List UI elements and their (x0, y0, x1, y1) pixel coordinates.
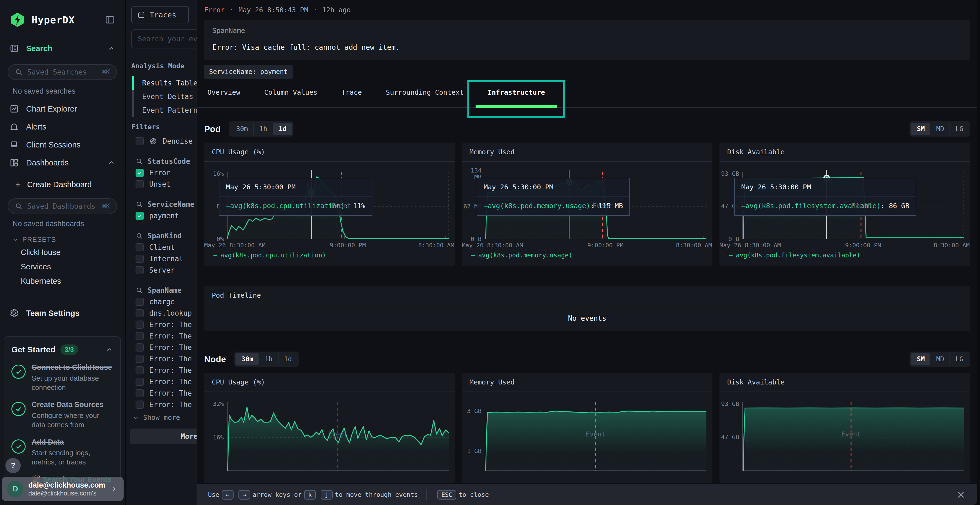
filter-option-unset[interactable]: Unset (126, 178, 197, 190)
pod-size-md[interactable]: MD (930, 123, 950, 135)
checkbox[interactable] (135, 180, 144, 188)
chart-plot[interactable]: 93 GB47 GB0 BEventMay 26 5:30:00 PM—avg(… (742, 170, 964, 239)
filter-option-error-the-cr[interactable]: Error: The cr (126, 330, 197, 342)
analysis-mode-event-deltas[interactable]: Event Deltas (132, 90, 197, 103)
pod-size-sm[interactable]: SM (911, 123, 930, 135)
filter-group-statuscode[interactable]: StatusCode (126, 154, 197, 167)
y-axis-label: 93 GB (719, 401, 739, 407)
checkbox[interactable] (135, 212, 144, 220)
sidebar-item-label: Dashboards (26, 158, 68, 167)
close-icon[interactable] (956, 489, 966, 500)
chart-plot[interactable]: 93 GB47 GBEvent (742, 400, 964, 471)
check-icon (137, 213, 142, 219)
checkbox[interactable] (135, 321, 144, 329)
node-size-lg[interactable]: LG (950, 353, 969, 365)
preset-kubernetes[interactable]: Kubernetes (0, 274, 125, 288)
presets-toggle[interactable]: PRESETS (0, 228, 125, 245)
get-started-item[interactable]: Connect to ClickHouseSet up your databas… (11, 363, 113, 392)
get-started-item[interactable]: Create Data SourcesConfigure where your … (11, 400, 113, 429)
filter-option-client[interactable]: Client (126, 241, 197, 253)
create-dashboard-button[interactable]: + Create Dashboard (0, 172, 125, 197)
checkbox[interactable] (135, 169, 144, 177)
x-axis-labels (485, 471, 713, 483)
checkbox[interactable] (135, 332, 144, 340)
filter-option-error-the-cr[interactable]: Error: The cr (126, 399, 197, 410)
filter-option-server[interactable]: Server (126, 264, 197, 276)
filter-option-error-the-cr[interactable]: Error: The cr (126, 342, 197, 353)
filter-option-denoise-results[interactable]: Denoise Results (126, 135, 197, 147)
filter-group-servicename[interactable]: ServiceName (126, 197, 197, 210)
filter-option-error-the-cr[interactable]: Error: The cr (126, 365, 197, 376)
saved-searches-input[interactable]: Saved Searches ⌘K (8, 64, 117, 80)
get-started-item[interactable]: Add DataStart sending logs, metrics, or … (11, 438, 113, 467)
checkbox[interactable] (135, 355, 144, 363)
node-range-30m[interactable]: 30m (235, 353, 259, 365)
sidebar-item-alerts[interactable]: Alerts (0, 118, 125, 136)
span-message: Error: Visa cache full: cannot add new i… (212, 43, 962, 51)
checkbox[interactable] (135, 366, 144, 375)
checkbox[interactable] (135, 298, 144, 306)
checkbox[interactable] (135, 400, 144, 409)
analysis-mode-results-table[interactable]: Results Table (132, 76, 197, 90)
kbd-shortcut: ⌘K (102, 68, 110, 76)
tab-trace[interactable]: Trace (341, 84, 362, 107)
filter-option-error-the-cr[interactable]: Error: The cr (126, 319, 197, 330)
checkbox[interactable] (135, 389, 144, 397)
chart-plot[interactable]: 16%8%0%EventMay 26 5:30:00 PM—avg(k8s.po… (227, 170, 449, 239)
pod-range-1d[interactable]: 1d (273, 123, 292, 135)
filter-option-error-the-cr[interactable]: Error: The cr (126, 387, 197, 399)
sidebar-item-team-settings[interactable]: Team Settings (0, 304, 125, 322)
sidebar-item-client-sessions[interactable]: Client Sessions (0, 136, 125, 154)
pod-size-lg[interactable]: LG (950, 123, 969, 135)
checkbox[interactable] (135, 309, 144, 317)
node-range-1h[interactable]: 1h (259, 353, 278, 365)
tooltip-metric-name: avg(k8s.pod.memory.usage) (488, 202, 590, 210)
filter-group-spankind[interactable]: SpanKind (126, 229, 197, 241)
esc-key: ESC (437, 490, 456, 500)
service-name-tag[interactable]: ServiceName: payment (204, 65, 293, 79)
filter-option-charge[interactable]: charge (126, 296, 197, 308)
collapse-sidebar-icon[interactable] (105, 14, 115, 25)
node-size-md[interactable]: MD (930, 353, 950, 365)
checkbox[interactable] (135, 378, 144, 386)
more-filters-button[interactable]: More filters (130, 429, 197, 444)
chart-plot[interactable]: 134 MB67 MB0 BEventMay 26 5:30:00 PM—avg… (485, 170, 707, 239)
source-select[interactable]: Traces (131, 6, 189, 24)
tab-column-values[interactable]: Column Values (264, 84, 317, 107)
checkbox[interactable] (135, 243, 144, 251)
chart-plot[interactable]: 32%16%Event (227, 400, 449, 471)
sidebar-item-search[interactable]: Search (0, 40, 125, 57)
node-size-sm[interactable]: SM (911, 353, 930, 365)
show-more-button[interactable]: Show more (126, 410, 197, 421)
event-search-input[interactable]: Search your events... (131, 29, 197, 48)
sidebar-item-chart-explorer[interactable]: Chart Explorer (0, 100, 125, 118)
filter-option-dns-lookup[interactable]: dns.lookup (126, 308, 197, 319)
filter-option-error-the-cr[interactable]: Error: The cr (126, 376, 197, 387)
tab-infrastructure[interactable]: Infrastructure (488, 84, 545, 107)
show-more-label: Show more (143, 414, 180, 421)
filter-option-internal[interactable]: Internal (126, 253, 197, 264)
filter-option-payment[interactable]: payment (126, 210, 197, 221)
checkbox[interactable] (135, 343, 144, 351)
node-range-1d[interactable]: 1d (278, 353, 297, 365)
preset-clickhouse[interactable]: ClickHouse (0, 245, 125, 260)
tab-overview[interactable]: Overview (207, 84, 240, 107)
chevron-up-icon[interactable] (105, 346, 113, 354)
checkbox[interactable] (135, 266, 144, 274)
checkbox[interactable] (135, 137, 144, 145)
user-menu[interactable]: D dale@clickhouse.com dale@clickhouse.co… (2, 477, 124, 501)
filter-option-error-the-cr[interactable]: Error: The cr (126, 353, 197, 365)
checkbox[interactable] (135, 255, 144, 263)
saved-dashboards-input[interactable]: Saved Dashboards ⌘K (8, 199, 117, 214)
sidebar-item-dashboards[interactable]: Dashboards (0, 154, 125, 172)
preset-services[interactable]: Services (0, 260, 125, 274)
pod-range-30m[interactable]: 30m (230, 123, 253, 135)
filter-group-spanname[interactable]: SpanName (126, 284, 197, 296)
chart-plot[interactable]: 3 GB1 GBEvent (485, 400, 707, 471)
filter-option-error[interactable]: Error (126, 167, 197, 178)
pod-range-1h[interactable]: 1h (253, 123, 273, 135)
tab-surrounding-context[interactable]: Surrounding Context (386, 84, 464, 107)
help-button[interactable]: ? (5, 458, 21, 473)
filter-option-label: Denoise Results (163, 137, 197, 145)
analysis-mode-event-patterns[interactable]: Event Patterns (132, 103, 197, 117)
